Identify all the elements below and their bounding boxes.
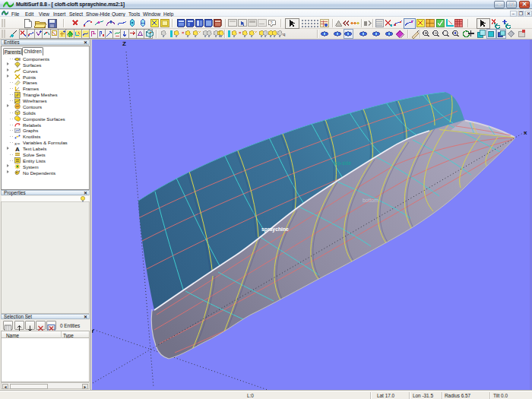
svg-text:x=: x= — [14, 140, 21, 146]
svg-text:×: × — [239, 30, 242, 35]
svg-text:q: q — [283, 32, 285, 36]
svg-text:×: × — [182, 30, 185, 35]
svg-text:top-side: top-side — [334, 160, 352, 166]
svg-text:?: ? — [270, 21, 272, 25]
svg-text:bottom: bottom — [363, 198, 378, 203]
svg-text:A: A — [15, 146, 20, 152]
svg-text:Z: Z — [122, 40, 126, 47]
svg-text:x: x — [524, 129, 527, 136]
svg-text:spraychine: spraychine — [261, 226, 289, 233]
